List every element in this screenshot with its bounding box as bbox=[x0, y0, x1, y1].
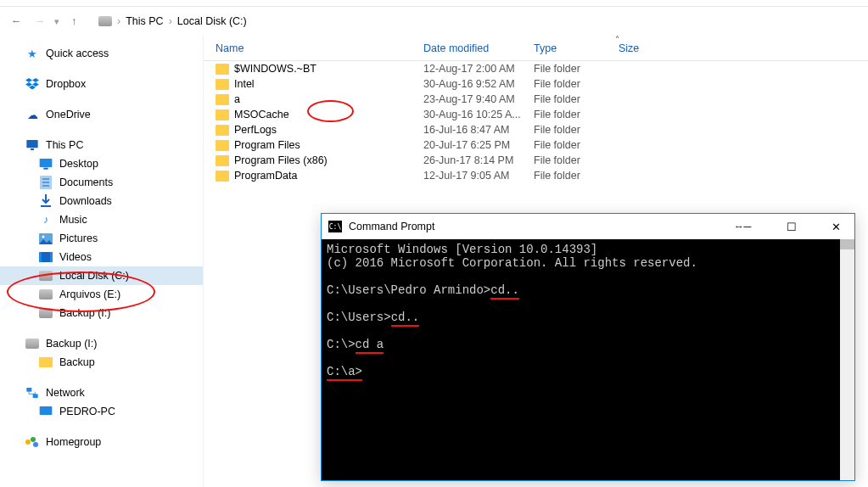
folder-icon bbox=[216, 155, 229, 166]
sidebar-backup-drive[interactable]: Backup (I:) bbox=[0, 334, 203, 353]
close-button[interactable]: ✕ bbox=[817, 214, 854, 239]
svg-rect-0 bbox=[26, 140, 37, 148]
sidebar-music[interactable]: ♪ Music bbox=[0, 210, 203, 229]
svg-rect-12 bbox=[50, 252, 53, 262]
sidebar-label: Homegroup bbox=[46, 436, 101, 448]
sidebar-videos[interactable]: Videos bbox=[0, 248, 203, 266]
homegroup-icon bbox=[25, 435, 39, 449]
maximize-button[interactable]: ☐ bbox=[773, 214, 810, 239]
sidebar-label: Backup bbox=[59, 356, 95, 368]
sidebar-onedrive[interactable]: ☁ OneDrive bbox=[0, 105, 203, 124]
file-name: a bbox=[234, 93, 240, 105]
sidebar-documents[interactable]: Documents bbox=[0, 173, 203, 192]
terminal-prompt: C:\> bbox=[327, 338, 356, 351]
file-name: Intel bbox=[234, 78, 255, 90]
sidebar-dropbox[interactable]: Dropbox bbox=[0, 75, 203, 93]
file-name: PerfLogs bbox=[234, 124, 277, 136]
drive-icon bbox=[98, 14, 112, 28]
up-button[interactable]: ↑ bbox=[64, 15, 83, 27]
file-type: File folder bbox=[534, 154, 619, 166]
sidebar-pedropc[interactable]: PEDRO-PC bbox=[0, 402, 203, 421]
sidebar-network[interactable]: Network bbox=[0, 383, 203, 402]
sidebar-downloads[interactable]: Downloads bbox=[0, 192, 203, 210]
cmd-icon: C:\ bbox=[328, 221, 342, 232]
file-row[interactable]: Program Files (x86)26-Jun-17 8:14 PMFile… bbox=[204, 153, 868, 168]
svg-rect-15 bbox=[40, 406, 53, 415]
terminal-command: cd a bbox=[356, 338, 384, 354]
breadcrumb-thispc[interactable]: This PC bbox=[126, 15, 163, 27]
svg-rect-14 bbox=[33, 394, 38, 398]
col-type[interactable]: Type bbox=[534, 42, 619, 54]
sidebar-label: This PC bbox=[46, 139, 83, 151]
sidebar-label: Videos bbox=[59, 251, 92, 263]
sidebar-label: Network bbox=[46, 387, 85, 399]
dropbox-icon bbox=[25, 77, 39, 91]
file-row[interactable]: PerfLogs16-Jul-16 8:47 AMFile folder bbox=[204, 122, 868, 137]
pictures-icon bbox=[39, 232, 53, 245]
forward-button[interactable]: → bbox=[31, 15, 49, 27]
folder-icon bbox=[216, 171, 229, 182]
file-date: 20-Jul-17 6:25 PM bbox=[423, 139, 534, 151]
documents-icon bbox=[39, 176, 53, 189]
drive-icon bbox=[39, 306, 53, 320]
breadcrumb-localc[interactable]: Local Disk (C:) bbox=[177, 15, 247, 27]
expand-icon: ↔ bbox=[734, 221, 745, 232]
sidebar-label: Pictures bbox=[59, 232, 98, 244]
sidebar-backup-folder[interactable]: Backup bbox=[0, 353, 203, 372]
back-button[interactable]: ← bbox=[7, 15, 25, 27]
file-row[interactable]: ProgramData12-Jul-17 9:05 AMFile folder bbox=[204, 168, 868, 183]
folder-icon bbox=[216, 125, 229, 136]
file-name: ProgramData bbox=[234, 170, 297, 182]
folder-icon bbox=[216, 64, 229, 75]
file-type: File folder bbox=[534, 139, 619, 151]
breadcrumb-separator: › bbox=[169, 15, 172, 27]
file-type: File folder bbox=[534, 170, 619, 182]
sort-indicator-icon: ˄ bbox=[615, 35, 619, 44]
videos-icon bbox=[39, 250, 53, 264]
col-date[interactable]: Date modified bbox=[423, 42, 534, 54]
file-date: 26-Jun-17 8:14 PM bbox=[423, 154, 534, 166]
column-headers: Name Date modified Type Size bbox=[204, 36, 868, 61]
scrollbar-thumb[interactable] bbox=[840, 239, 854, 249]
network-icon bbox=[25, 386, 39, 400]
music-icon: ♪ bbox=[39, 213, 53, 227]
file-type: File folder bbox=[534, 78, 619, 90]
sidebar-homegroup[interactable]: Homegroup bbox=[0, 433, 203, 451]
col-size[interactable]: Size bbox=[619, 42, 686, 54]
folder-icon bbox=[216, 140, 229, 151]
drive-icon bbox=[25, 337, 39, 350]
terminal-line: (c) 2016 Microsoft Corporation. All righ… bbox=[327, 256, 697, 270]
file-type: File folder bbox=[534, 93, 619, 105]
sidebar-backup-i[interactable]: Backup (I:) bbox=[0, 304, 203, 322]
svg-rect-13 bbox=[26, 388, 31, 392]
svg-rect-2 bbox=[40, 159, 53, 167]
sidebar-quick-access[interactable]: ★ Quick access bbox=[0, 44, 203, 63]
file-row[interactable]: a23-Aug-17 9:40 AMFile folder bbox=[204, 92, 868, 107]
sidebar-arquivos-e[interactable]: Arquivos (E:) bbox=[0, 285, 203, 304]
sidebar-desktop[interactable]: Desktop bbox=[0, 154, 203, 173]
command-prompt-window[interactable]: C:\ Command Prompt ↔ ─ ☐ ✕ Microsoft Win… bbox=[321, 213, 855, 481]
file-row[interactable]: Intel30-Aug-16 9:52 AMFile folder bbox=[204, 76, 868, 92]
file-row[interactable]: Program Files20-Jul-17 6:25 PMFile folde… bbox=[204, 137, 868, 153]
svg-rect-3 bbox=[43, 168, 48, 170]
sidebar-label: Arquivos (E:) bbox=[59, 288, 120, 300]
file-date: 16-Jul-16 8:47 AM bbox=[423, 124, 534, 136]
window-titlebar[interactable]: C:\ Command Prompt ↔ ─ ☐ ✕ bbox=[322, 214, 854, 239]
sidebar-pictures[interactable]: Pictures bbox=[0, 229, 203, 248]
file-type: File folder bbox=[534, 63, 619, 75]
recent-locations-dropdown[interactable]: ▾ bbox=[54, 16, 59, 27]
sidebar-thispc[interactable]: This PC bbox=[0, 136, 203, 154]
scrollbar[interactable] bbox=[840, 239, 854, 480]
folder-icon bbox=[39, 355, 53, 369]
file-row[interactable]: $WINDOWS.~BT12-Aug-17 2:00 AMFile folder bbox=[204, 61, 868, 76]
svg-rect-1 bbox=[31, 148, 34, 150]
file-type: File folder bbox=[534, 109, 619, 120]
sidebar-localdisk-c[interactable]: Local Disk (C:) bbox=[0, 266, 203, 285]
col-name[interactable]: Name bbox=[216, 42, 423, 54]
download-icon bbox=[39, 194, 53, 208]
terminal-prompt: C:\Users\Pedro Armindo> bbox=[327, 283, 490, 297]
terminal-body[interactable]: Microsoft Windows [Version 10.0.14393] (… bbox=[322, 239, 854, 480]
sidebar-label: PEDRO-PC bbox=[59, 406, 115, 417]
file-row[interactable]: MSOCache30-Aug-16 10:25 A...File folder bbox=[204, 107, 868, 122]
terminal-command: cd.. bbox=[391, 311, 420, 327]
